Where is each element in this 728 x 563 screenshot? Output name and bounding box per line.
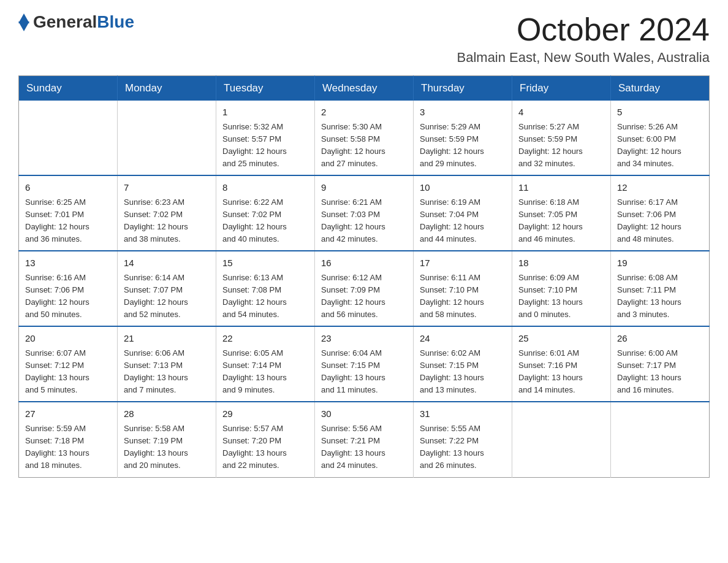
calendar-day-cell: 3Sunrise: 5:29 AMSunset: 5:59 PMDaylight… [414,101,512,175]
day-number: 8 [222,181,308,195]
day-info: Sunrise: 6:01 AMSunset: 7:16 PMDaylight:… [518,347,604,397]
day-number: 24 [420,332,506,346]
calendar-day-cell: 18Sunrise: 6:09 AMSunset: 7:10 PMDayligh… [512,251,611,326]
day-info: Sunrise: 6:21 AMSunset: 7:03 PMDaylight:… [321,196,407,246]
day-info: Sunrise: 5:32 AMSunset: 5:57 PMDaylight:… [222,121,308,170]
calendar-week-row: 27Sunrise: 5:59 AMSunset: 7:18 PMDayligh… [19,402,710,477]
day-number: 2 [321,105,407,120]
day-info: Sunrise: 6:18 AMSunset: 7:05 PMDaylight:… [518,196,604,246]
day-info: Sunrise: 5:30 AMSunset: 5:58 PMDaylight:… [321,121,407,170]
day-info: Sunrise: 6:00 AMSunset: 7:17 PMDaylight:… [617,347,703,397]
day-info: Sunrise: 6:12 AMSunset: 7:09 PMDaylight:… [321,272,407,321]
day-info: Sunrise: 6:13 AMSunset: 7:08 PMDaylight:… [222,272,308,321]
day-info: Sunrise: 5:58 AMSunset: 7:19 PMDaylight:… [124,423,210,472]
day-info: Sunrise: 6:08 AMSunset: 7:11 PMDaylight:… [617,272,703,321]
day-number: 20 [25,332,111,346]
day-info: Sunrise: 6:23 AMSunset: 7:02 PMDaylight:… [124,196,210,246]
calendar-day-cell: 31Sunrise: 5:55 AMSunset: 7:22 PMDayligh… [414,402,512,477]
calendar-week-row: 20Sunrise: 6:07 AMSunset: 7:12 PMDayligh… [19,326,710,402]
calendar-day-cell: 22Sunrise: 6:05 AMSunset: 7:14 PMDayligh… [216,326,315,402]
day-number: 18 [518,256,604,270]
day-number: 7 [124,181,210,195]
day-number: 12 [617,181,703,195]
day-info: Sunrise: 6:19 AMSunset: 7:04 PMDaylight:… [420,196,506,246]
col-thursday: Thursday [414,76,512,101]
calendar-day-cell: 12Sunrise: 6:17 AMSunset: 7:06 PMDayligh… [611,175,710,251]
location-subtitle: Balmain East, New South Wales, Australia [457,50,710,66]
day-info: Sunrise: 6:02 AMSunset: 7:15 PMDaylight:… [420,347,506,397]
day-info: Sunrise: 5:26 AMSunset: 6:00 PMDaylight:… [617,121,703,170]
calendar-header-row: Sunday Monday Tuesday Wednesday Thursday… [19,76,710,101]
calendar-day-cell: 1Sunrise: 5:32 AMSunset: 5:57 PMDaylight… [216,101,315,175]
day-info: Sunrise: 6:14 AMSunset: 7:07 PMDaylight:… [124,272,210,321]
col-wednesday: Wednesday [315,76,414,101]
col-monday: Monday [118,76,216,101]
month-title: October 2024 [457,12,710,47]
calendar-table: Sunday Monday Tuesday Wednesday Thursday… [18,75,710,477]
day-number: 28 [124,407,210,421]
col-saturday: Saturday [611,76,710,101]
day-info: Sunrise: 5:56 AMSunset: 7:21 PMDaylight:… [321,423,407,472]
day-number: 6 [25,181,111,195]
day-info: Sunrise: 6:16 AMSunset: 7:06 PMDaylight:… [25,272,111,321]
day-number: 30 [321,407,407,421]
calendar-week-row: 1Sunrise: 5:32 AMSunset: 5:57 PMDaylight… [19,101,710,175]
calendar-day-cell: 24Sunrise: 6:02 AMSunset: 7:15 PMDayligh… [414,326,512,402]
day-info: Sunrise: 6:05 AMSunset: 7:14 PMDaylight:… [222,347,308,397]
calendar-day-cell: 5Sunrise: 5:26 AMSunset: 6:00 PMDaylight… [611,101,710,175]
day-number: 3 [420,105,506,120]
day-number: 19 [617,256,703,270]
logo-icon [18,13,29,31]
calendar-day-cell [611,402,710,477]
calendar-day-cell [118,101,216,175]
calendar-day-cell: 14Sunrise: 6:14 AMSunset: 7:07 PMDayligh… [118,251,216,326]
calendar-day-cell: 29Sunrise: 5:57 AMSunset: 7:20 PMDayligh… [216,402,315,477]
day-info: Sunrise: 6:04 AMSunset: 7:15 PMDaylight:… [321,347,407,397]
day-number: 16 [321,256,407,270]
day-info: Sunrise: 5:29 AMSunset: 5:59 PMDaylight:… [420,121,506,170]
triangle-bottom-icon [18,21,29,31]
day-number: 17 [420,256,506,270]
day-number: 23 [321,332,407,346]
header: GeneralBlue October 2024 Balmain East, N… [18,12,710,66]
day-number: 1 [222,105,308,120]
calendar-day-cell: 13Sunrise: 6:16 AMSunset: 7:06 PMDayligh… [19,251,118,326]
calendar-day-cell: 15Sunrise: 6:13 AMSunset: 7:08 PMDayligh… [216,251,315,326]
day-number: 14 [124,256,210,270]
calendar-day-cell: 16Sunrise: 6:12 AMSunset: 7:09 PMDayligh… [315,251,414,326]
day-number: 9 [321,181,407,195]
day-number: 31 [420,407,506,421]
day-number: 10 [420,181,506,195]
day-number: 27 [25,407,111,421]
logo: GeneralBlue [18,12,134,32]
day-number: 11 [518,181,604,195]
day-info: Sunrise: 5:57 AMSunset: 7:20 PMDaylight:… [222,423,308,472]
col-tuesday: Tuesday [216,76,315,101]
calendar-day-cell: 25Sunrise: 6:01 AMSunset: 7:16 PMDayligh… [512,326,611,402]
day-info: Sunrise: 5:59 AMSunset: 7:18 PMDaylight:… [25,423,111,472]
calendar-day-cell: 11Sunrise: 6:18 AMSunset: 7:05 PMDayligh… [512,175,611,251]
day-info: Sunrise: 6:11 AMSunset: 7:10 PMDaylight:… [420,272,506,321]
day-info: Sunrise: 6:25 AMSunset: 7:01 PMDaylight:… [25,196,111,246]
calendar-day-cell [512,402,611,477]
logo-blue-text: Blue [97,12,134,32]
calendar-day-cell: 20Sunrise: 6:07 AMSunset: 7:12 PMDayligh… [19,326,118,402]
calendar-day-cell: 26Sunrise: 6:00 AMSunset: 7:17 PMDayligh… [611,326,710,402]
day-info: Sunrise: 6:07 AMSunset: 7:12 PMDaylight:… [25,347,111,397]
calendar-day-cell: 4Sunrise: 5:27 AMSunset: 5:59 PMDaylight… [512,101,611,175]
day-number: 4 [518,105,604,120]
calendar-day-cell [19,101,118,175]
title-area: October 2024 Balmain East, New South Wal… [457,12,710,66]
calendar-day-cell: 2Sunrise: 5:30 AMSunset: 5:58 PMDaylight… [315,101,414,175]
day-number: 29 [222,407,308,421]
day-number: 5 [617,105,703,120]
day-number: 21 [124,332,210,346]
calendar-day-cell: 9Sunrise: 6:21 AMSunset: 7:03 PMDaylight… [315,175,414,251]
calendar-day-cell: 8Sunrise: 6:22 AMSunset: 7:02 PMDaylight… [216,175,315,251]
day-info: Sunrise: 5:55 AMSunset: 7:22 PMDaylight:… [420,423,506,472]
calendar-day-cell: 10Sunrise: 6:19 AMSunset: 7:04 PMDayligh… [414,175,512,251]
calendar-day-cell: 21Sunrise: 6:06 AMSunset: 7:13 PMDayligh… [118,326,216,402]
day-info: Sunrise: 6:22 AMSunset: 7:02 PMDaylight:… [222,196,308,246]
day-number: 22 [222,332,308,346]
logo-general-text: General [33,12,97,32]
